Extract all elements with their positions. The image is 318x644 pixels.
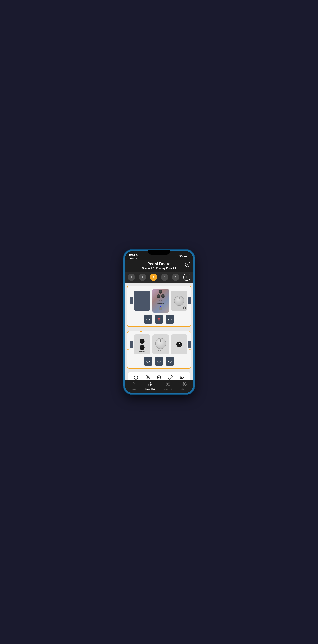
octave-level-label: OCTAVELEVEL xyxy=(155,301,158,302)
chain-row-2: ▼ ▼ ◀ ◀ SEND RETURN xyxy=(127,331,191,368)
preset-tab-1-label: 1 xyxy=(130,276,132,279)
toolbar-edit-button[interactable] xyxy=(155,373,163,380)
arrow-right-1: ▼ xyxy=(189,305,191,308)
delete-button[interactable] xyxy=(155,315,163,324)
arrow-left-1: ▼ xyxy=(127,305,129,308)
toolbar-power-button[interactable] xyxy=(132,373,140,380)
signal-chain-tab-label: Signal Chain xyxy=(145,388,156,390)
tab-bar: Home Signal Chain xyxy=(125,380,193,393)
signal-bar-2 xyxy=(176,256,176,257)
svg-line-28 xyxy=(166,384,167,385)
back-label: App Store xyxy=(131,257,140,259)
octave-level-knob[interactable] xyxy=(157,294,160,298)
battery-body xyxy=(184,255,188,257)
info-button[interactable]: i xyxy=(185,262,190,267)
power-button-1[interactable] xyxy=(144,315,152,324)
location-arrow-icon: ➤ xyxy=(136,254,138,256)
network-type: 5G xyxy=(179,255,183,258)
right-connector-1 xyxy=(188,297,191,304)
power-button-2[interactable] xyxy=(166,315,174,324)
toolbar-chain-button[interactable] xyxy=(166,373,174,380)
add-pedal-button[interactable]: + xyxy=(134,291,150,311)
volume-label: VOLUME xyxy=(157,350,164,351)
signal-bars-icon xyxy=(175,255,178,257)
preset-tab-1[interactable]: 1 xyxy=(128,274,135,281)
svg-point-3 xyxy=(176,342,182,347)
filter-label: FILTER xyxy=(159,298,162,300)
left-connector-1 xyxy=(130,297,133,304)
power-button-5[interactable] xyxy=(166,357,174,366)
preset-tab-2[interactable]: 2 xyxy=(139,274,146,281)
tab-preset-hub[interactable]: Preset Hub xyxy=(159,382,176,390)
app-header: Pedal Board Channel 3 - Factory Preset 4… xyxy=(125,260,193,272)
toolbar-add-effect-button[interactable] xyxy=(178,373,186,380)
tab-signal-chain[interactable]: Signal Chain xyxy=(142,382,159,390)
headphone-icon: 🎧 xyxy=(183,306,186,309)
xlr-pedal[interactable] xyxy=(171,334,187,354)
power-button-3[interactable] xyxy=(144,357,152,366)
octaver-footswitch[interactable] xyxy=(159,307,162,310)
headphone-pedal[interactable]: 🎧 xyxy=(171,291,187,311)
back-chevron-icon: ◀ xyxy=(129,257,131,259)
channel-preset-label: Channel 3 - Factory Preset 4 xyxy=(142,267,176,270)
battery-tip xyxy=(189,256,189,257)
home-tab-label: Home xyxy=(131,388,136,390)
preset-tab-3-label: 3 xyxy=(153,276,154,279)
toolbar-swap-button[interactable] xyxy=(144,373,152,380)
svg-line-27 xyxy=(168,383,169,384)
add-preset-button[interactable]: + xyxy=(183,274,190,281)
phone-inner: 9:41 ➤ ◀ App Store 5G xyxy=(125,251,193,393)
svg-point-4 xyxy=(179,343,180,344)
preset-tab-5[interactable]: 5 xyxy=(172,274,179,281)
octaver-led xyxy=(160,306,161,307)
signal-chain-icon xyxy=(148,382,153,388)
volume-knob[interactable] xyxy=(155,338,166,349)
filter-cutoff-knob[interactable] xyxy=(159,290,162,294)
status-right: 5G xyxy=(175,255,189,258)
bottom-toolbar-card xyxy=(128,372,190,380)
xlr-icon xyxy=(176,341,183,348)
clean-level-label: CLEANLEVEL xyxy=(164,301,166,302)
status-left: 9:41 ➤ ◀ App Store xyxy=(129,253,140,259)
add-preset-icon: + xyxy=(186,275,188,280)
svg-point-30 xyxy=(184,384,185,385)
info-icon: i xyxy=(187,263,188,266)
settings-icon xyxy=(182,382,187,388)
fx-loop-pedal[interactable]: SEND RETURN xyxy=(134,334,150,354)
arrow-bottom-1: ◀ xyxy=(176,325,178,328)
preset-hub-tab-label: Preset Hub xyxy=(163,388,172,390)
controls-row-1 xyxy=(129,314,189,325)
svg-rect-12 xyxy=(148,378,149,379)
right-connector-2 xyxy=(188,341,191,348)
notch xyxy=(148,251,170,254)
signal-bar-1 xyxy=(175,256,176,257)
preset-hub-icon xyxy=(165,382,170,388)
preset-tab-4[interactable]: 4 xyxy=(161,274,168,281)
power-button-4[interactable] xyxy=(155,357,163,366)
pedal-row-1: + xyxy=(129,288,189,314)
preset-tab-5-label: 5 xyxy=(175,276,176,279)
arrow-right-2: ▼ xyxy=(189,348,191,351)
preset-tab-2-label: 2 xyxy=(142,276,143,279)
return-knob[interactable] xyxy=(140,345,145,350)
preset-tabs: 1 2 3 4 5 + xyxy=(125,272,193,283)
octaver-pedal[interactable]: FILTER CUTOFF OCTAVELEVEL CLEANLEVEL SUB… xyxy=(152,289,169,312)
battery-icon xyxy=(184,255,189,257)
octaver-brand: SUBLIME xyxy=(157,303,164,304)
send-knob[interactable] xyxy=(140,339,145,344)
octaver-model: OCTAVER xyxy=(158,304,164,306)
octaver-top-knobs xyxy=(159,290,162,294)
home-icon xyxy=(131,382,136,388)
clean-level-knob[interactable] xyxy=(161,294,165,298)
tab-settings[interactable]: Settings xyxy=(176,382,193,390)
preset-tab-3[interactable]: 3 xyxy=(150,274,157,281)
tab-home[interactable]: Home xyxy=(125,382,142,390)
arrow-top-2: ◀ xyxy=(140,330,142,332)
headphone-volume-knob[interactable] xyxy=(174,296,184,306)
back-link[interactable]: ◀ App Store xyxy=(129,257,140,259)
pedal-row-2: SEND RETURN VOLUME xyxy=(129,333,189,356)
volume-pedal[interactable]: VOLUME xyxy=(152,334,169,354)
phone-frame: 9:41 ➤ ◀ App Store 5G xyxy=(123,250,195,394)
preset-tab-4-label: 4 xyxy=(164,276,165,279)
row-spacer xyxy=(127,328,191,330)
